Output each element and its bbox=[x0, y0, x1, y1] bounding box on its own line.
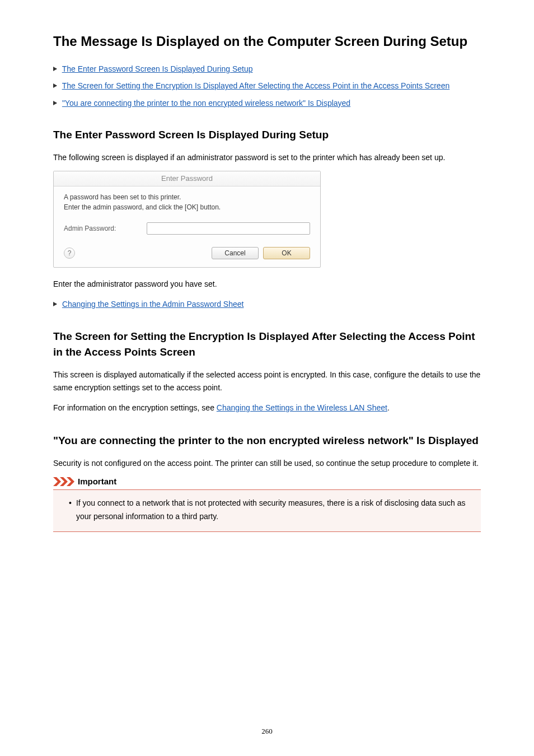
link-wireless-lan-sheet[interactable]: Changing the Settings in the Wireless LA… bbox=[217, 403, 387, 412]
svg-rect-3 bbox=[53, 86, 57, 87]
dialog-title: Enter Password bbox=[54, 171, 320, 186]
arrow-right-icon bbox=[53, 66, 59, 72]
section2-heading: The Screen for Setting the Encryption Is… bbox=[53, 329, 481, 361]
svg-rect-5 bbox=[53, 102, 57, 104]
section3-p1: Security is not configured on the access… bbox=[53, 457, 481, 470]
svg-marker-8 bbox=[53, 477, 61, 486]
help-icon[interactable]: ? bbox=[64, 248, 75, 259]
page-number: 260 bbox=[0, 727, 534, 736]
important-box: • If you connect to a network that is no… bbox=[53, 489, 481, 532]
section1-p2: Enter the administrator password you hav… bbox=[53, 278, 481, 291]
section1-related-link: Changing the Settings in the Admin Passw… bbox=[53, 298, 481, 310]
toc-link-2: The Screen for Setting the Encryption Is… bbox=[53, 80, 481, 92]
svg-rect-7 bbox=[53, 304, 57, 305]
important-header: Important bbox=[53, 477, 481, 486]
page-title: The Message Is Displayed on the Computer… bbox=[53, 34, 481, 49]
section2-p1: This screen is displayed automatically i… bbox=[53, 368, 481, 395]
svg-rect-1 bbox=[53, 68, 57, 69]
section2-p2-suffix: . bbox=[387, 403, 390, 412]
cancel-button[interactable]: Cancel bbox=[212, 247, 259, 259]
arrow-right-icon bbox=[53, 301, 59, 307]
important-chevrons-icon bbox=[53, 477, 74, 486]
arrow-right-icon bbox=[53, 83, 59, 88]
ok-button[interactable]: OK bbox=[263, 247, 310, 259]
important-label: Important bbox=[78, 477, 116, 486]
dialog-instructions: A password has been set to this printer.… bbox=[64, 192, 310, 212]
enter-password-dialog: Enter Password A password has been set t… bbox=[53, 171, 481, 268]
section1-heading: The Enter Password Screen Is Displayed D… bbox=[53, 127, 481, 143]
section2-p2: For information on the encryption settin… bbox=[53, 402, 481, 415]
svg-marker-9 bbox=[60, 477, 68, 486]
toc-link-3: "You are connecting the printer to the n… bbox=[53, 97, 481, 109]
section3-heading: "You are connecting the printer to the n… bbox=[53, 433, 481, 449]
link-non-encrypted[interactable]: "You are connecting the printer to the n… bbox=[62, 99, 350, 108]
section1-p1: The following screen is displayed if an … bbox=[53, 151, 481, 165]
svg-marker-10 bbox=[67, 477, 74, 486]
arrow-right-icon bbox=[53, 100, 59, 106]
admin-password-input[interactable] bbox=[147, 222, 310, 235]
important-text: If you connect to a network that is not … bbox=[76, 497, 473, 524]
bullet-icon: • bbox=[69, 497, 72, 524]
admin-password-label: Admin Password: bbox=[64, 225, 127, 232]
link-encryption-screen[interactable]: The Screen for Setting the Encryption Is… bbox=[62, 81, 450, 90]
link-enter-password[interactable]: The Enter Password Screen Is Displayed D… bbox=[62, 64, 253, 73]
dialog-line2: Enter the admin password, and click the … bbox=[64, 202, 310, 212]
dialog-line1: A password has been set to this printer. bbox=[64, 192, 310, 202]
toc-link-1: The Enter Password Screen Is Displayed D… bbox=[53, 63, 481, 75]
link-admin-password-sheet[interactable]: Changing the Settings in the Admin Passw… bbox=[62, 300, 244, 309]
section2-p2-prefix: For information on the encryption settin… bbox=[53, 403, 217, 412]
